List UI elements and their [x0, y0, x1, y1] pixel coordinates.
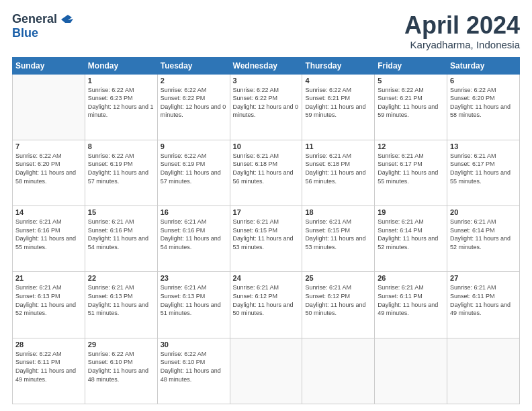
logo-bird-icon [58, 13, 73, 26]
header-wednesday: Wednesday [230, 57, 302, 74]
table-row: 6 Sunrise: 6:22 AM Sunset: 6:20 PM Dayli… [447, 74, 520, 140]
main-title: April 2024 [404, 12, 520, 39]
day-info: Sunrise: 6:22 AM Sunset: 6:20 PM Dayligh… [15, 152, 82, 185]
table-row: 3 Sunrise: 6:22 AM Sunset: 6:22 PM Dayli… [230, 74, 302, 140]
header: General Blue April 2024 Karyadharma, Ind… [12, 12, 520, 50]
day-info: Sunrise: 6:22 AM Sunset: 6:21 PM Dayligh… [305, 86, 371, 120]
day-info: Sunrise: 6:22 AM Sunset: 6:19 PM Dayligh… [161, 152, 227, 185]
day-info: Sunrise: 6:21 AM Sunset: 6:11 PM Dayligh… [378, 283, 444, 317]
day-info: Sunrise: 6:21 AM Sunset: 6:14 PM Dayligh… [450, 218, 517, 251]
title-area: April 2024 Karyadharma, Indonesia [404, 12, 520, 50]
day-info: Sunrise: 6:22 AM Sunset: 6:10 PM Dayligh… [161, 350, 227, 383]
day-info: Sunrise: 6:21 AM Sunset: 6:13 PM Dayligh… [15, 283, 82, 317]
day-number: 4 [305, 77, 371, 85]
day-number: 14 [15, 208, 82, 216]
calendar-week-row: 1 Sunrise: 6:22 AM Sunset: 6:23 PM Dayli… [13, 74, 520, 140]
header-friday: Friday [375, 57, 447, 74]
day-number: 13 [450, 142, 517, 150]
table-row: 16 Sunrise: 6:21 AM Sunset: 6:16 PM Dayl… [157, 206, 230, 272]
table-row: 8 Sunrise: 6:22 AM Sunset: 6:19 PM Dayli… [85, 140, 157, 205]
day-info: Sunrise: 6:22 AM Sunset: 6:22 PM Dayligh… [161, 86, 227, 120]
header-thursday: Thursday [302, 57, 375, 74]
table-row: 10 Sunrise: 6:21 AM Sunset: 6:18 PM Dayl… [230, 140, 302, 205]
day-number: 17 [233, 208, 300, 216]
table-row: 9 Sunrise: 6:22 AM Sunset: 6:19 PM Dayli… [157, 140, 230, 205]
day-info: Sunrise: 6:21 AM Sunset: 6:17 PM Dayligh… [378, 152, 444, 185]
page: General Blue April 2024 Karyadharma, Ind… [0, 0, 532, 411]
day-number: 20 [450, 208, 517, 216]
table-row: 22 Sunrise: 6:21 AM Sunset: 6:13 PM Dayl… [85, 272, 157, 338]
day-number: 15 [88, 208, 154, 216]
day-number: 8 [88, 142, 154, 150]
table-row: 23 Sunrise: 6:21 AM Sunset: 6:13 PM Dayl… [157, 272, 230, 338]
day-info: Sunrise: 6:21 AM Sunset: 6:12 PM Dayligh… [233, 283, 300, 317]
table-row [230, 338, 302, 404]
day-info: Sunrise: 6:21 AM Sunset: 6:15 PM Dayligh… [233, 218, 300, 251]
table-row: 26 Sunrise: 6:21 AM Sunset: 6:11 PM Dayl… [375, 272, 447, 338]
table-row: 12 Sunrise: 6:21 AM Sunset: 6:17 PM Dayl… [375, 140, 447, 205]
day-number: 25 [305, 274, 371, 282]
day-info: Sunrise: 6:21 AM Sunset: 6:16 PM Dayligh… [161, 218, 227, 251]
header-saturday: Saturday [447, 57, 520, 74]
day-number: 19 [378, 208, 444, 216]
table-row: 13 Sunrise: 6:21 AM Sunset: 6:17 PM Dayl… [447, 140, 520, 205]
table-row: 17 Sunrise: 6:21 AM Sunset: 6:15 PM Dayl… [230, 206, 302, 272]
calendar-week-row: 14 Sunrise: 6:21 AM Sunset: 6:16 PM Dayl… [13, 206, 520, 272]
table-row: 2 Sunrise: 6:22 AM Sunset: 6:22 PM Dayli… [157, 74, 230, 140]
logo: General Blue [12, 12, 73, 40]
day-info: Sunrise: 6:21 AM Sunset: 6:18 PM Dayligh… [305, 152, 371, 185]
calendar-table: Sunday Monday Tuesday Wednesday Thursday… [12, 57, 520, 404]
svg-marker-0 [61, 15, 73, 23]
day-info: Sunrise: 6:22 AM Sunset: 6:19 PM Dayligh… [88, 152, 154, 185]
day-number: 30 [161, 340, 227, 349]
day-number: 1 [88, 77, 154, 85]
table-row: 19 Sunrise: 6:21 AM Sunset: 6:14 PM Dayl… [375, 206, 447, 272]
table-row [375, 338, 447, 404]
table-row [302, 338, 375, 404]
header-sunday: Sunday [13, 57, 85, 74]
day-number: 18 [305, 208, 371, 216]
day-info: Sunrise: 6:22 AM Sunset: 6:20 PM Dayligh… [450, 86, 517, 120]
table-row: 21 Sunrise: 6:21 AM Sunset: 6:13 PM Dayl… [13, 272, 85, 338]
day-number: 28 [15, 340, 82, 349]
table-row: 14 Sunrise: 6:21 AM Sunset: 6:16 PM Dayl… [13, 206, 85, 272]
day-info: Sunrise: 6:21 AM Sunset: 6:13 PM Dayligh… [161, 283, 227, 317]
table-row: 7 Sunrise: 6:22 AM Sunset: 6:20 PM Dayli… [13, 140, 85, 205]
table-row: 29 Sunrise: 6:22 AM Sunset: 6:10 PM Dayl… [85, 338, 157, 404]
day-number: 9 [161, 142, 227, 150]
day-number: 7 [15, 142, 82, 150]
day-number: 21 [15, 274, 82, 282]
day-number: 5 [378, 77, 444, 85]
day-number: 27 [450, 274, 517, 282]
day-number: 12 [378, 142, 444, 150]
table-row: 18 Sunrise: 6:21 AM Sunset: 6:15 PM Dayl… [302, 206, 375, 272]
day-number: 23 [161, 274, 227, 282]
day-info: Sunrise: 6:21 AM Sunset: 6:12 PM Dayligh… [305, 283, 371, 317]
calendar-week-row: 21 Sunrise: 6:21 AM Sunset: 6:13 PM Dayl… [13, 272, 520, 338]
day-info: Sunrise: 6:21 AM Sunset: 6:11 PM Dayligh… [450, 283, 517, 317]
header-tuesday: Tuesday [157, 57, 230, 74]
day-number: 29 [88, 340, 154, 349]
day-info: Sunrise: 6:21 AM Sunset: 6:16 PM Dayligh… [15, 218, 82, 251]
calendar-week-row: 28 Sunrise: 6:22 AM Sunset: 6:11 PM Dayl… [13, 338, 520, 404]
day-number: 2 [161, 77, 227, 85]
day-info: Sunrise: 6:22 AM Sunset: 6:21 PM Dayligh… [378, 86, 444, 120]
table-row: 24 Sunrise: 6:21 AM Sunset: 6:12 PM Dayl… [230, 272, 302, 338]
logo-blue-text: Blue [12, 26, 38, 40]
table-row: 11 Sunrise: 6:21 AM Sunset: 6:18 PM Dayl… [302, 140, 375, 205]
day-number: 11 [305, 142, 371, 150]
table-row: 30 Sunrise: 6:22 AM Sunset: 6:10 PM Dayl… [157, 338, 230, 404]
table-row: 1 Sunrise: 6:22 AM Sunset: 6:23 PM Dayli… [85, 74, 157, 140]
day-info: Sunrise: 6:21 AM Sunset: 6:16 PM Dayligh… [88, 218, 154, 251]
table-row: 4 Sunrise: 6:22 AM Sunset: 6:21 PM Dayli… [302, 74, 375, 140]
subtitle: Karyadharma, Indonesia [404, 39, 520, 50]
table-row: 28 Sunrise: 6:22 AM Sunset: 6:11 PM Dayl… [13, 338, 85, 404]
calendar-week-row: 7 Sunrise: 6:22 AM Sunset: 6:20 PM Dayli… [13, 140, 520, 205]
day-number: 6 [450, 77, 517, 85]
header-monday: Monday [85, 57, 157, 74]
calendar-header-row: Sunday Monday Tuesday Wednesday Thursday… [13, 57, 520, 74]
logo-general-text: General [12, 12, 57, 26]
table-row: 27 Sunrise: 6:21 AM Sunset: 6:11 PM Dayl… [447, 272, 520, 338]
day-info: Sunrise: 6:22 AM Sunset: 6:23 PM Dayligh… [88, 86, 154, 120]
day-info: Sunrise: 6:21 AM Sunset: 6:18 PM Dayligh… [233, 152, 300, 185]
